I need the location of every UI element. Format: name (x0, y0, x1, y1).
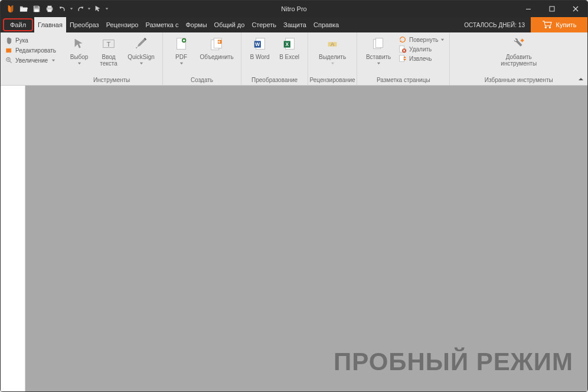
zoom-tool[interactable]: Увеличение (4, 56, 57, 65)
cursor-dropdown-icon[interactable] (104, 7, 109, 11)
cursor-tool-icon[interactable] (92, 2, 104, 15)
chevron-down-icon (51, 57, 55, 64)
combine-icon (209, 37, 224, 52)
svg-point-5 (545, 27, 546, 28)
extract-icon (398, 54, 407, 63)
group-title-review: Рецензирование (308, 76, 357, 85)
quick-access-toolbar (1, 2, 109, 15)
to-word-button[interactable]: W В Word (245, 35, 275, 60)
close-button[interactable] (564, 1, 587, 17)
hand-tool-label: Рука (15, 37, 28, 44)
to-word-label: В Word (250, 54, 269, 60)
chevron-down-icon (440, 37, 445, 43)
to-excel-button[interactable]: X В Excel (275, 35, 304, 60)
group-title-create: Создать (163, 76, 241, 85)
rotate-button[interactable]: Повернуть (397, 35, 446, 44)
buy-button[interactable]: Купить (531, 17, 587, 32)
ribbon: Рука Редактировать Увеличение (1, 32, 587, 86)
open-icon[interactable] (17, 2, 30, 15)
combine-button[interactable]: Объединить (196, 35, 237, 60)
tab-review-label: Рецензиро (106, 21, 139, 28)
tab-protect[interactable]: Защита (280, 17, 310, 32)
svg-text:A: A (331, 41, 335, 47)
delete-page-icon (398, 45, 407, 53)
tab-review[interactable]: Рецензиро (103, 17, 142, 32)
highlight-button[interactable]: A Выделить (312, 35, 353, 67)
tab-help-label: Справка (313, 21, 339, 28)
chevron-down-icon (77, 60, 81, 67)
svg-text:W: W (255, 41, 260, 47)
svg-rect-1 (48, 6, 52, 8)
svg-text:X: X (286, 41, 289, 47)
svg-rect-7 (6, 48, 11, 53)
delete-label: Удалить (409, 46, 432, 53)
tab-share-label: Общий до (214, 21, 245, 28)
insert-label: Вставить (366, 54, 391, 60)
pdf-button[interactable]: PDF (166, 35, 196, 67)
tab-erase[interactable]: Стереть (248, 17, 280, 32)
workspace: ПРОБНЫЙ РЕЖИМ (1, 86, 587, 391)
zoom-icon (5, 57, 13, 64)
tab-help[interactable]: Справка (310, 17, 342, 32)
add-tools-button[interactable]: Добавить инструменты (492, 35, 545, 67)
trial-days-remaining: ОСТАЛОСЬ ДНЕЙ: 13 (458, 17, 531, 32)
tools-plus-icon (511, 37, 527, 52)
add-tools-label: Добавить инструменты (492, 54, 545, 67)
redo-dropdown-icon[interactable] (87, 7, 92, 11)
select-button[interactable]: Выбор (64, 35, 94, 67)
edit-tool[interactable]: Редактировать (4, 46, 57, 55)
save-icon[interactable] (30, 2, 43, 15)
svg-rect-4 (550, 6, 554, 11)
to-excel-label: В Excel (279, 54, 299, 60)
delete-button[interactable]: Удалить (397, 44, 446, 54)
left-panel-gutter[interactable] (1, 86, 25, 391)
svg-point-6 (549, 27, 550, 28)
text-icon: T (101, 37, 116, 52)
pdf-label: PDF (175, 54, 187, 60)
group-title-convert: Преобразование (241, 76, 308, 85)
type-text-button[interactable]: T Ввод текста (94, 35, 123, 67)
tab-convert[interactable]: Преобраз (66, 17, 103, 32)
undo-dropdown-icon[interactable] (69, 7, 74, 11)
pen-icon (133, 37, 149, 52)
highlight-label: Выделить (319, 54, 346, 60)
quicksign-label: QuickSign (128, 54, 155, 60)
tab-protect-label: Защита (283, 21, 306, 28)
tab-layout-label: Разметка с (145, 21, 178, 28)
titlebar: Nitro Pro (1, 1, 587, 17)
pdf-icon (174, 37, 189, 52)
maximize-button[interactable] (540, 1, 564, 17)
tab-home[interactable]: Главная (34, 17, 66, 32)
tab-file[interactable]: Файл (3, 18, 33, 31)
insert-page-icon (371, 37, 386, 52)
chevron-down-icon (331, 60, 335, 67)
chevron-down-icon (179, 60, 184, 67)
insert-button[interactable]: Вставить (361, 35, 396, 67)
document-canvas[interactable]: ПРОБНЫЙ РЕЖИМ (25, 86, 587, 391)
redo-icon[interactable] (74, 2, 87, 15)
quicksign-button[interactable]: QuickSign (123, 35, 159, 67)
window-controls (517, 1, 587, 17)
app-icon[interactable] (4, 2, 17, 15)
svg-rect-28 (400, 55, 404, 62)
cursor-icon (71, 37, 87, 52)
extract-button[interactable]: Извлечь (397, 54, 446, 63)
hand-tool[interactable]: Рука (4, 36, 57, 45)
highlight-icon: A (325, 37, 340, 52)
tab-share[interactable]: Общий до (211, 17, 249, 32)
select-label: Выбор (70, 54, 89, 60)
tab-layout[interactable]: Разметка с (142, 17, 182, 32)
buy-button-label: Купить (556, 21, 577, 28)
zoom-tool-label: Увеличение (15, 57, 48, 64)
print-icon[interactable] (43, 2, 56, 15)
extract-label: Извлечь (409, 55, 432, 62)
collapse-ribbon-button[interactable] (577, 76, 585, 84)
hand-icon (5, 37, 13, 44)
undo-icon[interactable] (56, 2, 69, 15)
tab-convert-label: Преобраз (70, 21, 99, 28)
group-title-favorites: Избранные инструменты (450, 76, 587, 85)
rotate-icon (398, 35, 407, 44)
svg-text:T: T (107, 41, 111, 48)
tab-forms[interactable]: Формы (182, 17, 211, 32)
minimize-button[interactable] (517, 1, 540, 17)
